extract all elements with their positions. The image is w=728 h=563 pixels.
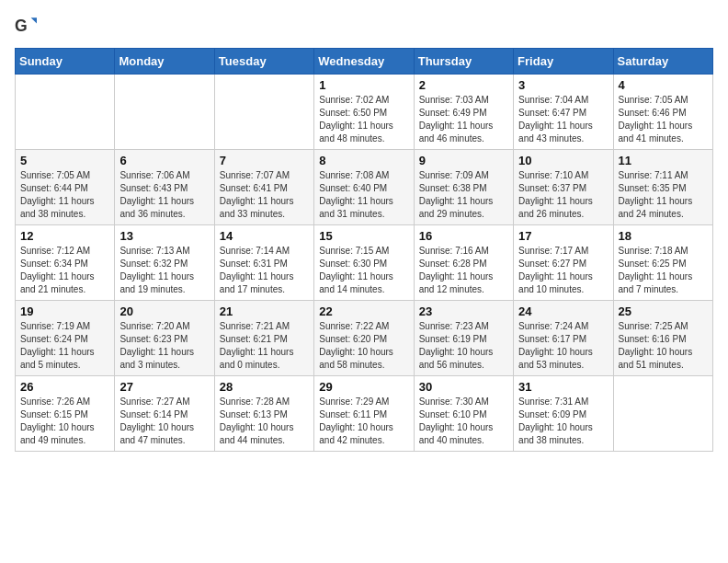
calendar-cell: 24Sunrise: 7:24 AMSunset: 6:17 PMDayligh… — [514, 301, 613, 376]
day-number: 11 — [619, 154, 708, 167]
day-info: Sunrise: 7:06 AMSunset: 6:43 PMDaylight:… — [119, 169, 209, 221]
calendar-cell: 14Sunrise: 7:14 AMSunset: 6:31 PMDayligh… — [214, 225, 313, 301]
calendar-cell: 13Sunrise: 7:13 AMSunset: 6:32 PMDayligh… — [115, 225, 214, 301]
calendar-cell: 18Sunrise: 7:18 AMSunset: 6:25 PMDayligh… — [613, 225, 712, 301]
calendar-cell: 23Sunrise: 7:23 AMSunset: 6:19 PMDayligh… — [414, 301, 513, 376]
logo: G — [15, 15, 40, 37]
weekday-header-wednesday: Wednesday — [314, 49, 414, 75]
calendar-cell — [115, 75, 214, 150]
calendar-cell: 6Sunrise: 7:06 AMSunset: 6:43 PMDaylight… — [115, 150, 214, 225]
calendar-cell — [214, 75, 313, 150]
calendar-table: SundayMondayTuesdayWednesdayThursdayFrid… — [15, 48, 713, 452]
day-info: Sunrise: 7:26 AMSunset: 6:15 PMDaylight:… — [20, 396, 109, 447]
day-number: 20 — [119, 304, 209, 318]
day-number: 3 — [518, 78, 608, 92]
day-info: Sunrise: 7:14 AMSunset: 6:31 PMDaylight:… — [220, 245, 309, 296]
day-info: Sunrise: 7:19 AMSunset: 6:24 PMDaylight:… — [20, 320, 109, 372]
day-info: Sunrise: 7:28 AMSunset: 6:13 PMDaylight:… — [220, 396, 309, 447]
day-number: 22 — [319, 304, 408, 318]
day-info: Sunrise: 7:02 AMSunset: 6:50 PMDaylight:… — [319, 94, 408, 145]
day-number: 16 — [419, 229, 508, 243]
day-number: 13 — [119, 229, 209, 243]
day-number: 24 — [518, 304, 608, 318]
calendar-cell: 30Sunrise: 7:30 AMSunset: 6:10 PMDayligh… — [414, 376, 513, 452]
day-number: 9 — [419, 154, 508, 167]
day-info: Sunrise: 7:31 AMSunset: 6:09 PMDaylight:… — [518, 396, 608, 447]
day-info: Sunrise: 7:22 AMSunset: 6:20 PMDaylight:… — [319, 320, 408, 372]
day-info: Sunrise: 7:29 AMSunset: 6:11 PMDaylight:… — [319, 396, 408, 447]
calendar-cell: 10Sunrise: 7:10 AMSunset: 6:37 PMDayligh… — [514, 150, 613, 225]
calendar-cell: 2Sunrise: 7:03 AMSunset: 6:49 PMDaylight… — [414, 75, 513, 150]
day-info: Sunrise: 7:24 AMSunset: 6:17 PMDaylight:… — [518, 320, 608, 372]
day-number: 30 — [419, 380, 508, 394]
calendar-cell: 9Sunrise: 7:09 AMSunset: 6:38 PMDaylight… — [414, 150, 513, 225]
calendar-cell — [16, 75, 115, 150]
calendar-cell: 17Sunrise: 7:17 AMSunset: 6:27 PMDayligh… — [514, 225, 613, 301]
calendar-week-2: 5Sunrise: 7:05 AMSunset: 6:44 PMDaylight… — [16, 150, 713, 225]
calendar-cell: 25Sunrise: 7:25 AMSunset: 6:16 PMDayligh… — [613, 301, 712, 376]
day-number: 2 — [419, 78, 508, 92]
day-info: Sunrise: 7:23 AMSunset: 6:19 PMDaylight:… — [419, 320, 508, 372]
page-header: G — [15, 15, 713, 37]
day-info: Sunrise: 7:18 AMSunset: 6:25 PMDaylight:… — [619, 245, 708, 296]
day-info: Sunrise: 7:15 AMSunset: 6:30 PMDaylight:… — [319, 245, 408, 296]
day-info: Sunrise: 7:04 AMSunset: 6:47 PMDaylight:… — [518, 94, 608, 145]
day-number: 28 — [220, 380, 309, 394]
svg-text:G: G — [15, 17, 28, 35]
day-number: 4 — [619, 78, 708, 92]
day-number: 26 — [20, 380, 109, 394]
calendar-cell: 29Sunrise: 7:29 AMSunset: 6:11 PMDayligh… — [314, 376, 414, 452]
calendar-cell: 28Sunrise: 7:28 AMSunset: 6:13 PMDayligh… — [214, 376, 313, 452]
calendar-week-1: 1Sunrise: 7:02 AMSunset: 6:50 PMDaylight… — [16, 75, 713, 150]
day-number: 10 — [518, 154, 608, 167]
calendar-cell: 4Sunrise: 7:05 AMSunset: 6:46 PMDaylight… — [613, 75, 712, 150]
svg-marker-1 — [31, 17, 37, 23]
day-number: 6 — [119, 154, 209, 167]
logo-icon: G — [15, 15, 37, 37]
day-info: Sunrise: 7:27 AMSunset: 6:14 PMDaylight:… — [119, 396, 209, 447]
calendar-cell: 8Sunrise: 7:08 AMSunset: 6:40 PMDaylight… — [314, 150, 414, 225]
day-info: Sunrise: 7:13 AMSunset: 6:32 PMDaylight:… — [119, 245, 209, 296]
day-info: Sunrise: 7:10 AMSunset: 6:37 PMDaylight:… — [518, 169, 608, 221]
day-number: 31 — [518, 380, 608, 394]
day-info: Sunrise: 7:11 AMSunset: 6:35 PMDaylight:… — [619, 169, 708, 221]
day-number: 18 — [619, 229, 708, 243]
calendar-cell: 12Sunrise: 7:12 AMSunset: 6:34 PMDayligh… — [16, 225, 115, 301]
calendar-cell: 27Sunrise: 7:27 AMSunset: 6:14 PMDayligh… — [115, 376, 214, 452]
weekday-header-saturday: Saturday — [613, 49, 712, 75]
day-number: 25 — [619, 304, 708, 318]
calendar-cell — [613, 376, 712, 452]
day-number: 23 — [419, 304, 508, 318]
day-number: 1 — [319, 78, 408, 92]
day-info: Sunrise: 7:25 AMSunset: 6:16 PMDaylight:… — [619, 320, 708, 372]
day-info: Sunrise: 7:07 AMSunset: 6:41 PMDaylight:… — [220, 169, 309, 221]
calendar-cell: 20Sunrise: 7:20 AMSunset: 6:23 PMDayligh… — [115, 301, 214, 376]
day-info: Sunrise: 7:08 AMSunset: 6:40 PMDaylight:… — [319, 169, 408, 221]
calendar-week-4: 19Sunrise: 7:19 AMSunset: 6:24 PMDayligh… — [16, 301, 713, 376]
day-number: 7 — [220, 154, 309, 167]
day-number: 19 — [20, 304, 109, 318]
day-info: Sunrise: 7:30 AMSunset: 6:10 PMDaylight:… — [419, 396, 508, 447]
day-number: 8 — [319, 154, 408, 167]
day-number: 21 — [220, 304, 309, 318]
day-number: 15 — [319, 229, 408, 243]
day-info: Sunrise: 7:17 AMSunset: 6:27 PMDaylight:… — [518, 245, 608, 296]
day-number: 17 — [518, 229, 608, 243]
calendar-cell: 26Sunrise: 7:26 AMSunset: 6:15 PMDayligh… — [16, 376, 115, 452]
calendar-cell: 16Sunrise: 7:16 AMSunset: 6:28 PMDayligh… — [414, 225, 513, 301]
day-info: Sunrise: 7:05 AMSunset: 6:44 PMDaylight:… — [20, 169, 109, 221]
calendar-week-5: 26Sunrise: 7:26 AMSunset: 6:15 PMDayligh… — [16, 376, 713, 452]
day-info: Sunrise: 7:21 AMSunset: 6:21 PMDaylight:… — [220, 320, 309, 372]
day-info: Sunrise: 7:16 AMSunset: 6:28 PMDaylight:… — [419, 245, 508, 296]
day-info: Sunrise: 7:09 AMSunset: 6:38 PMDaylight:… — [419, 169, 508, 221]
calendar-cell: 7Sunrise: 7:07 AMSunset: 6:41 PMDaylight… — [214, 150, 313, 225]
calendar-week-3: 12Sunrise: 7:12 AMSunset: 6:34 PMDayligh… — [16, 225, 713, 301]
calendar-cell: 31Sunrise: 7:31 AMSunset: 6:09 PMDayligh… — [514, 376, 613, 452]
calendar-cell: 3Sunrise: 7:04 AMSunset: 6:47 PMDaylight… — [514, 75, 613, 150]
weekday-header-monday: Monday — [115, 49, 214, 75]
day-info: Sunrise: 7:03 AMSunset: 6:49 PMDaylight:… — [419, 94, 508, 145]
calendar-cell: 11Sunrise: 7:11 AMSunset: 6:35 PMDayligh… — [613, 150, 712, 225]
day-number: 27 — [119, 380, 209, 394]
weekday-header-tuesday: Tuesday — [214, 49, 313, 75]
day-info: Sunrise: 7:12 AMSunset: 6:34 PMDaylight:… — [20, 245, 109, 296]
